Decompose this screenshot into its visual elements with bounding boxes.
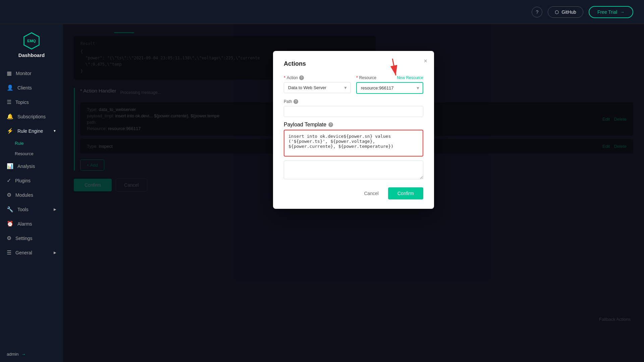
github-button[interactable]: ⬡ GitHub: [548, 6, 583, 18]
sidebar-item-modules[interactable]: ⚙ Modules: [0, 188, 63, 202]
modal-close-button[interactable]: ×: [424, 58, 427, 65]
action-field: * Action ? Data to Web Server ▼: [284, 75, 351, 94]
sidebar-item-monitor[interactable]: ▦ Monitor: [0, 66, 63, 80]
sidebar-item-topics[interactable]: ☰ Topics: [0, 95, 63, 109]
topics-icon: ☰: [7, 99, 11, 105]
modules-icon: ⚙: [7, 192, 11, 198]
svg-line-3: [392, 59, 396, 75]
sidebar-item-subscriptions[interactable]: 🔔 Subscriptions: [0, 109, 63, 124]
alarms-icon: ⏰: [7, 221, 13, 227]
action-required: *: [284, 75, 285, 80]
payload-template-label: Payload Template: [284, 122, 326, 128]
monitor-icon: ▦: [7, 70, 12, 76]
payload-help-icon[interactable]: ?: [328, 122, 333, 127]
topbar: ? ⬡ GitHub Free Trial →: [0, 0, 644, 24]
freetrial-button[interactable]: Free Trial →: [589, 6, 633, 18]
sidebar-item-plugins[interactable]: ✓ Plugins: [0, 173, 63, 188]
action-help-icon[interactable]: ?: [299, 75, 304, 80]
actions-modal: Actions × * Action ? Data to Web Server …: [273, 51, 434, 209]
subscriptions-icon: 🔔: [7, 113, 13, 120]
action-label: Action: [287, 75, 298, 80]
general-icon: ☰: [7, 249, 11, 256]
resource-label: Resource: [359, 75, 376, 80]
analysis-icon: 📊: [7, 163, 13, 169]
chevron-right-icon-2: ▶: [54, 251, 56, 254]
path-label: Path: [284, 99, 292, 104]
resource-required: *: [356, 75, 358, 80]
chevron-right-icon: ▶: [54, 207, 56, 211]
github-icon: ⬡: [555, 9, 559, 15]
modal-cancel-button[interactable]: Cancel: [359, 188, 384, 199]
user-label: admin: [7, 352, 18, 357]
sidebar-item-analysis[interactable]: 📊 Analysis: [0, 159, 63, 173]
arrow-icon: →: [620, 9, 625, 15]
action-select[interactable]: Data to Web Server: [284, 82, 351, 93]
dashboard-label: Dashboard: [18, 52, 45, 58]
payload-extra-textarea[interactable]: [284, 161, 423, 179]
rule-engine-icon: ⚡: [7, 128, 13, 134]
tools-icon: 🔧: [7, 206, 13, 213]
modal-overlay: Actions × * Action ? Data to Web Server …: [63, 24, 644, 362]
logout-icon[interactable]: →: [21, 352, 25, 357]
action-select-wrapper: Data to Web Server ▼: [284, 82, 351, 93]
resource-select-wrapper: resource:966117 ▼: [356, 82, 423, 94]
chevron-down-icon: ▼: [53, 129, 56, 133]
logo-wrap: EMQ Dashboard: [18, 32, 45, 58]
modal-confirm-button[interactable]: Confirm: [388, 187, 423, 199]
resource-select[interactable]: resource:966117: [356, 82, 423, 94]
sidebar-item-general[interactable]: ☰ General ▶: [0, 245, 63, 260]
main-content: Result { "power": "{\"ts\":\"2021-09-04 …: [63, 24, 644, 362]
sidebar-item-clients[interactable]: 👤 Clients: [0, 80, 63, 95]
path-input[interactable]: [284, 106, 423, 117]
help-icon[interactable]: ?: [532, 7, 542, 17]
sidebar-item-settings[interactable]: ⚙ Settings: [0, 231, 63, 245]
svg-text:EMQ: EMQ: [27, 39, 36, 43]
sidebar-item-tools[interactable]: 🔧 Tools ▶: [0, 202, 63, 217]
payload-template-textarea[interactable]: [284, 130, 423, 157]
clients-icon: 👤: [7, 84, 13, 91]
sidebar-item-alarms[interactable]: ⏰ Alarms: [0, 217, 63, 231]
plugins-icon: ✓: [7, 177, 11, 184]
sidebar-sub-resource[interactable]: Resource: [0, 148, 63, 159]
sidebar: EMQ Dashboard ▦ Monitor 👤 Clients ☰ Topi…: [0, 24, 63, 362]
red-arrow-indicator: [386, 55, 406, 80]
resource-field: * Resource New Resource resource:966117 …: [356, 75, 423, 94]
path-help-icon[interactable]: ?: [293, 99, 298, 104]
modal-footer: Cancel Confirm: [284, 187, 423, 199]
settings-icon: ⚙: [7, 235, 11, 241]
sidebar-sub-rule[interactable]: Rule: [0, 138, 63, 148]
sidebar-item-rule-engine[interactable]: ⚡ Rule Engine ▼: [0, 124, 63, 138]
